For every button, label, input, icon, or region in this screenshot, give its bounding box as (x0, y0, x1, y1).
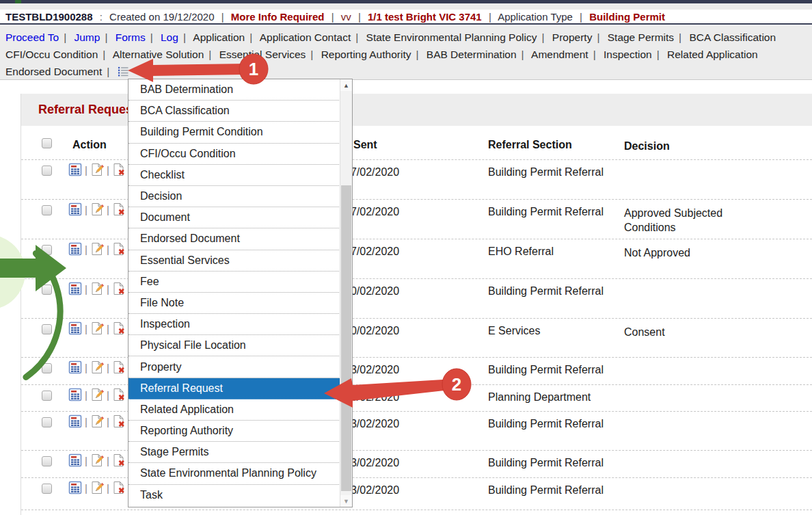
edit-icon[interactable] (90, 414, 104, 428)
view-details-icon[interactable] (68, 202, 82, 216)
cell-referral-section: Building Permit Referral (488, 418, 604, 430)
dropdown-item-fee[interactable]: Fee (128, 272, 340, 293)
icon-separator: | (85, 455, 87, 466)
nav-item-reporting-authority[interactable]: Reporting Authority (321, 49, 411, 60)
column-header-action: Action (72, 139, 107, 151)
more-menu-list-icon[interactable] (118, 65, 129, 77)
row-checkbox[interactable] (42, 285, 52, 295)
view-details-icon[interactable] (68, 453, 82, 467)
delete-icon[interactable] (112, 453, 126, 467)
nav-item-amendment[interactable]: Amendment (531, 49, 588, 60)
view-details-icon[interactable] (68, 414, 82, 428)
nav-item-property[interactable]: Property (552, 31, 593, 43)
view-details-icon[interactable] (68, 321, 82, 335)
dropdown-item-checklist[interactable]: Checklist (128, 165, 340, 186)
record-type-dropdown-menu: BAB Determination BCA Classification Bui… (128, 79, 353, 507)
separator: : (96, 11, 107, 23)
delete-icon[interactable] (112, 282, 126, 295)
nav-item-endorsed-document[interactable]: Endorsed Document (5, 66, 102, 77)
dropdown-item-cfi-occu-condition[interactable]: CFI/Occu Condition (128, 144, 340, 165)
nav-item-state-environmental-planning-policy[interactable]: State Environmental Planning Policy (366, 31, 537, 43)
edit-icon[interactable] (90, 453, 104, 467)
nav-item-proceed-to[interactable]: Proceed To (5, 31, 59, 43)
delete-icon[interactable] (112, 481, 126, 494)
delete-icon[interactable] (112, 360, 126, 374)
view-details-icon[interactable] (68, 388, 82, 401)
nav-item-forms[interactable]: Forms (116, 31, 146, 43)
edit-icon[interactable] (90, 481, 104, 494)
row-actions: | | (68, 202, 126, 216)
row-checkbox[interactable] (42, 166, 52, 176)
dropdown-item-bab-determination[interactable]: BAB Determination (128, 79, 340, 101)
cell-referral-section: Building Permit Referral (488, 206, 604, 218)
application-id: TESTBLD1900288 (5, 11, 93, 23)
dropdown-item-bca-classification[interactable]: BCA Classification (128, 101, 340, 122)
edit-icon[interactable] (90, 282, 104, 295)
dropdown-item-building-permit-condition[interactable]: Building Permit Condition (128, 122, 340, 143)
row-checkbox[interactable] (42, 391, 52, 401)
nav-item-bab-determination[interactable]: BAB Determination (427, 49, 517, 60)
edit-icon[interactable] (90, 163, 104, 176)
dropdown-item-referral-request-selected[interactable]: Referral Request (128, 378, 340, 399)
scroll-up-icon[interactable]: ▲ (340, 79, 352, 91)
dropdown-item-stage-permits[interactable]: Stage Permits (128, 442, 340, 463)
delete-icon[interactable] (112, 202, 126, 216)
view-details-icon[interactable] (68, 242, 82, 256)
dropdown-item-task[interactable]: Task (128, 485, 340, 506)
row-checkbox[interactable] (42, 484, 52, 494)
nav-item-log[interactable]: Log (161, 31, 178, 43)
nav-item-stage-permits[interactable]: Stage Permits (608, 31, 674, 43)
nav-item-inspection[interactable]: Inspection (604, 49, 652, 60)
row-checkbox[interactable] (42, 456, 52, 466)
view-details-icon[interactable] (68, 481, 82, 494)
dropdown-item-decision[interactable]: Decision (128, 186, 340, 207)
dropdown-item-essential-services[interactable]: Essential Services (128, 250, 340, 272)
nav-item-bca-classification[interactable]: BCA Classification (689, 31, 776, 43)
view-details-icon[interactable] (68, 282, 82, 295)
select-all-checkbox[interactable] (42, 138, 52, 148)
nav-item-cfi-occu-condition[interactable]: CFI/Occu Condition (5, 49, 98, 60)
edit-icon[interactable] (90, 388, 104, 401)
edit-icon[interactable] (90, 360, 104, 374)
view-details-icon[interactable] (68, 360, 82, 374)
cell-sent: 07/02/2020 (344, 206, 399, 218)
edit-icon[interactable] (90, 202, 104, 216)
nav-item-application[interactable]: Application (193, 31, 245, 43)
nav-item-alternative-solution[interactable]: Alternative Solution (113, 49, 204, 60)
dropdown-scrollbar[interactable]: ▲ ▼ (340, 79, 352, 507)
dropdown-item-document[interactable]: Document (128, 207, 340, 228)
column-header-sent: Sent (353, 139, 377, 151)
row-checkbox[interactable] (42, 417, 52, 427)
nav-separator: | (411, 49, 423, 60)
nav-item-jump[interactable]: Jump (74, 31, 100, 43)
icon-separator: | (85, 243, 87, 255)
nav-item-essential-services[interactable]: Essential Services (219, 49, 306, 60)
dropdown-item-reporting-authority[interactable]: Reporting Authority (128, 421, 340, 442)
dropdown-item-file-note[interactable]: File Note (128, 293, 340, 314)
dropdown-item-related-application[interactable]: Related Application (128, 399, 340, 421)
edit-icon[interactable] (90, 321, 104, 335)
delete-icon[interactable] (112, 163, 126, 176)
dropdown-item-physical-file-location[interactable]: Physical File Location (128, 335, 340, 356)
edit-icon[interactable] (90, 242, 104, 256)
row-checkbox[interactable] (42, 324, 52, 334)
dropdown-item-inspection[interactable]: Inspection (128, 314, 340, 335)
delete-icon[interactable] (112, 321, 126, 335)
row-actions: | | (68, 360, 126, 374)
dropdown-item-state-environmental-planning-policy[interactable]: State Environmental Planning Policy (128, 463, 340, 484)
scrollbar-thumb[interactable] (341, 185, 351, 491)
row-actions: | | (68, 414, 126, 428)
dropdown-item-endorsed-document[interactable]: Endorsed Document (128, 228, 340, 250)
scroll-down-icon[interactable]: ▼ (340, 495, 352, 507)
dropdown-item-property[interactable]: Property (128, 356, 340, 378)
delete-icon[interactable] (112, 388, 126, 401)
delete-icon[interactable] (112, 242, 126, 256)
row-checkbox[interactable] (42, 245, 52, 255)
nav-item-related-application[interactable]: Related Application (667, 49, 758, 60)
delete-icon[interactable] (112, 414, 126, 428)
row-checkbox[interactable] (42, 205, 52, 215)
nav-item-application-contact[interactable]: Application Contact (260, 31, 351, 43)
icon-separator: | (85, 416, 87, 427)
row-checkbox[interactable] (42, 363, 52, 373)
view-details-icon[interactable] (68, 163, 82, 176)
